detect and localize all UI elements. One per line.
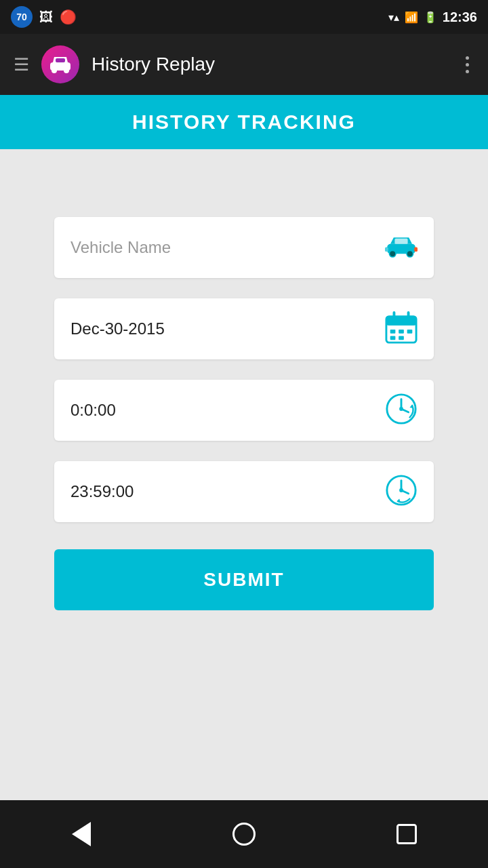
car-icon (385, 230, 418, 265)
wifi-icon: ▾▴ (388, 11, 399, 24)
svg-point-8 (389, 250, 396, 257)
svg-rect-17 (399, 330, 404, 334)
svg-point-9 (407, 250, 413, 257)
end-clock-icon (385, 474, 418, 509)
svg-rect-16 (390, 330, 396, 334)
app-icon (41, 45, 79, 83)
end-time-value: 23:59:00 (70, 482, 385, 501)
vehicle-name-field[interactable] (54, 217, 434, 278)
home-icon (232, 823, 256, 846)
svg-rect-19 (390, 336, 396, 340)
svg-point-24 (399, 407, 403, 411)
app-bar-left: ☰ History Replay (14, 45, 215, 83)
start-time-field[interactable]: 0:0:00 (54, 380, 434, 441)
start-time-value: 0:0:00 (70, 401, 385, 420)
hamburger-menu-icon[interactable]: ☰ (14, 56, 29, 73)
svg-point-2 (64, 68, 69, 73)
status-bar: 70 🖼 🔴 ▾▴ 📶 🔋 12:36 (0, 0, 488, 34)
svg-rect-18 (407, 330, 413, 334)
svg-point-1 (52, 68, 57, 73)
svg-rect-10 (385, 248, 388, 252)
back-icon (72, 822, 91, 846)
bottom-nav (0, 800, 488, 868)
header-banner-text: HISTORY TRACKING (132, 111, 356, 134)
date-field[interactable]: Dec-30-2015 (54, 298, 434, 359)
svg-rect-11 (414, 248, 418, 252)
date-value: Dec-30-2015 (70, 319, 385, 338)
status-right: ▾▴ 📶 🔋 12:36 (388, 9, 477, 25)
back-button[interactable] (54, 807, 108, 861)
vehicle-name-input[interactable] (70, 238, 385, 257)
recents-icon (396, 824, 417, 844)
svg-rect-7 (394, 239, 407, 244)
svg-rect-20 (399, 336, 404, 340)
svg-point-29 (399, 488, 403, 492)
header-banner: HISTORY TRACKING (0, 95, 488, 149)
svg-rect-13 (386, 317, 416, 326)
recents-button[interactable] (380, 807, 434, 861)
notification-badge: 70 (11, 6, 33, 28)
submit-button[interactable]: SUBMIT (54, 549, 434, 610)
status-left: 70 🖼 🔴 (11, 6, 77, 28)
svg-rect-4 (56, 58, 65, 62)
end-time-field[interactable]: 23:59:00 (54, 461, 434, 522)
home-button[interactable] (217, 807, 271, 861)
start-clock-icon (385, 393, 418, 428)
battery-icon: 🔋 (424, 11, 437, 24)
calendar-icon (385, 311, 418, 347)
image-icon: 🖼 (39, 9, 53, 25)
more-options-icon[interactable] (460, 51, 474, 79)
status-time: 12:36 (443, 9, 477, 25)
app-title: History Replay (92, 54, 215, 75)
signal-icon: 📶 (405, 11, 418, 24)
app-bar: ☰ History Replay (0, 34, 488, 95)
main-content: Dec-30-2015 0:0:00 (0, 149, 488, 800)
fire-icon: 🔴 (60, 9, 77, 25)
